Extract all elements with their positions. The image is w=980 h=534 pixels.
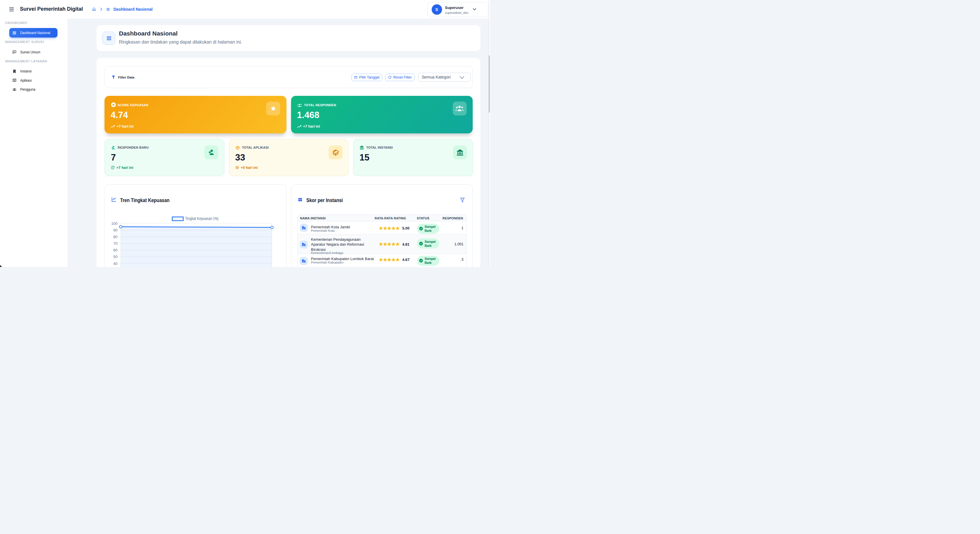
svg-text:40: 40 [113,262,118,266]
svg-text:100: 100 [111,221,118,226]
svg-text:60: 60 [113,248,118,252]
svg-text:70: 70 [113,241,118,246]
svg-text:50: 50 [113,254,118,259]
svg-text:80: 80 [113,235,118,239]
svg-text:90: 90 [113,228,118,232]
